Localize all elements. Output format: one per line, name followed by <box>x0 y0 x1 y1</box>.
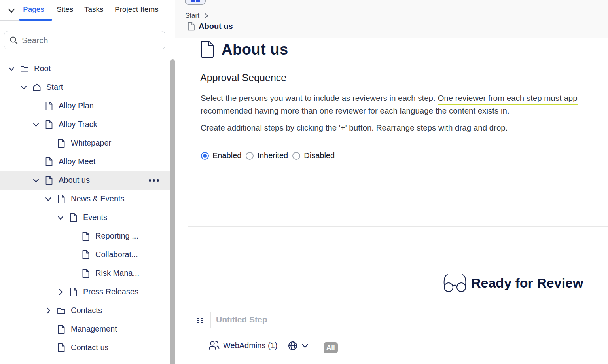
intro-text-para2: Create additional steps by clicking the … <box>201 123 508 133</box>
search-box[interactable] <box>4 31 165 49</box>
page-icon <box>81 250 91 260</box>
tree-item-press-releases[interactable]: Press Releases <box>0 282 170 301</box>
radio-button-icon <box>292 152 300 160</box>
section-heading: Approval Sequence <box>200 72 286 83</box>
tree-item-news-events[interactable]: News & Events <box>0 190 170 208</box>
radio-button-icon <box>201 152 209 160</box>
radio-button-icon <box>246 152 254 160</box>
chevron-down-icon[interactable] <box>31 119 41 130</box>
search-input[interactable] <box>22 36 152 45</box>
breadcrumb-current-label: About us <box>199 22 233 31</box>
page-icon <box>44 157 54 167</box>
radio-disabled[interactable]: Disabled <box>292 151 335 160</box>
ellipsis-menu-icon[interactable] <box>149 179 159 182</box>
tree-item-label: Whitepaper <box>71 138 111 148</box>
people-group-icon <box>208 340 220 351</box>
chevron-right-icon <box>203 13 210 19</box>
page-icon <box>57 194 66 204</box>
drag-handle-icon[interactable] <box>197 313 203 323</box>
tab-pages[interactable]: Pages <box>23 5 44 14</box>
tree-item-contacts[interactable]: Contacts <box>0 301 170 320</box>
sidebar-scrollbar[interactable] <box>170 59 175 364</box>
breadcrumb-current: About us <box>188 22 233 31</box>
approval-step-card: Untitled Step WebAdmins (1) <box>188 306 608 364</box>
approval-mode-radio-group: Enabled Inherited Disabled <box>201 151 335 160</box>
language-badge[interactable]: All <box>324 342 338 353</box>
step-title-input[interactable]: Untitled Step <box>216 315 267 324</box>
chevron-right-icon[interactable] <box>55 287 66 297</box>
page-icon <box>44 176 54 185</box>
content-header: Start About us <box>175 0 608 38</box>
page-icon <box>200 40 214 59</box>
reviewer-group-chip[interactable]: WebAdmins (1) <box>208 340 277 351</box>
tab-tasks[interactable]: Tasks <box>84 5 104 14</box>
radio-inherited[interactable]: Inherited <box>246 151 288 160</box>
intro-text-line2: recommended having more than one reviewe… <box>201 106 510 116</box>
chevron-spacer <box>31 157 41 167</box>
chevron-down-icon[interactable] <box>43 194 53 204</box>
tree-item-label: Risk Mana... <box>95 269 139 278</box>
tree-item-events[interactable]: Events <box>0 208 170 227</box>
tree-item-label: Collaborat... <box>95 250 138 259</box>
tab-project-items[interactable]: Project Items <box>115 5 159 14</box>
page-icon <box>44 120 54 129</box>
tree-item-label: Contact us <box>71 343 109 352</box>
review-status-label: Ready for Review <box>471 275 583 291</box>
tree-item-alloy-track[interactable]: Alloy Track <box>0 115 170 134</box>
page-icon <box>57 343 66 353</box>
chevron-down-icon[interactable] <box>19 82 29 93</box>
tree-item-start[interactable]: Start <box>0 78 170 97</box>
chevron-down-icon[interactable] <box>31 175 41 186</box>
tree-item-root[interactable]: Root <box>0 59 170 78</box>
tree-item-label: News & Events <box>71 194 125 203</box>
tree-item-label: Alloy Plan <box>59 101 94 110</box>
tree-item-label: Alloy Track <box>59 120 97 129</box>
breadcrumb: Start <box>185 12 210 20</box>
tree-item-reporting[interactable]: Reporting ... <box>0 227 170 245</box>
tree-item-contact-us[interactable]: Contact us <box>0 338 170 357</box>
tree-item-collaborat[interactable]: Collaborat... <box>0 245 170 264</box>
chevron-spacer <box>68 231 78 241</box>
chevron-spacer <box>43 324 53 334</box>
tree-item-alloy-plan[interactable]: Alloy Plan <box>0 97 170 115</box>
chevron-down-icon[interactable] <box>6 64 17 74</box>
collapse-panel-chevron-icon[interactable] <box>6 6 17 16</box>
page-icon <box>57 324 66 334</box>
page-icon <box>81 231 91 241</box>
tree-item-label: Events <box>83 213 107 222</box>
step-reviewer-row: WebAdmins (1) All <box>188 334 608 360</box>
tree-item-alloy-meet[interactable]: Alloy Meet <box>0 152 170 171</box>
chevron-spacer <box>68 268 78 279</box>
approval-sequence-card: About us Approval Sequence Select the pe… <box>188 38 608 227</box>
chevron-right-icon[interactable] <box>43 305 53 316</box>
toggle-view-button[interactable] <box>185 0 206 5</box>
tree-item-label: Reporting ... <box>95 231 138 241</box>
active-tab-underline <box>19 19 52 21</box>
chevron-spacer <box>68 250 78 260</box>
tree-item-about-us[interactable]: About us <box>0 171 170 190</box>
folder-icon <box>57 306 66 315</box>
search-icon <box>9 36 19 45</box>
tree-item-label: Contacts <box>71 306 102 315</box>
tree-item-label: Press Releases <box>83 287 138 296</box>
page-icon <box>69 287 78 297</box>
chevron-spacer <box>31 101 41 111</box>
tree-item-management[interactable]: Management <box>0 320 170 338</box>
page-title: About us <box>222 41 288 58</box>
sidebar-tab-bar: Pages Sites Tasks Project Items <box>0 0 175 21</box>
tab-sites[interactable]: Sites <box>57 5 73 14</box>
folder-icon <box>20 64 29 74</box>
tree-item-risk-mana[interactable]: Risk Mana... <box>0 264 170 282</box>
intro-text-line1: Select the persons you want to include a… <box>201 93 578 103</box>
page-icon <box>81 269 91 278</box>
breadcrumb-start-link[interactable]: Start <box>185 12 199 20</box>
tree-item-whitepaper[interactable]: Whitepaper <box>0 134 170 152</box>
globe-icon[interactable] <box>288 341 298 351</box>
review-status: Ready for Review <box>442 272 583 294</box>
chevron-down-icon[interactable] <box>301 343 309 349</box>
navigation-sidebar: Pages Sites Tasks Project Items RootStar… <box>0 0 175 364</box>
page-icon <box>188 22 195 31</box>
page-icon <box>69 213 78 222</box>
chevron-down-icon[interactable] <box>55 212 66 223</box>
radio-enabled[interactable]: Enabled <box>201 151 241 160</box>
